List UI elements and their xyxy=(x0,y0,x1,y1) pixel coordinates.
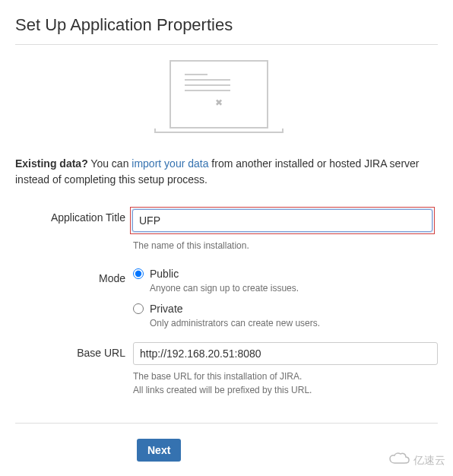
hero-illustration: ✖ xyxy=(15,60,438,133)
mode-private-label: Private xyxy=(150,303,183,315)
watermark-text: 亿速云 xyxy=(413,454,445,468)
mode-private-radio[interactable] xyxy=(133,303,144,314)
mode-public-hint: Anyone can sign up to create issues. xyxy=(150,283,438,294)
mode-private-hint: Only administrators can create new users… xyxy=(150,318,438,328)
divider xyxy=(15,423,438,424)
mode-public-label: Public xyxy=(150,268,179,280)
base-url-label: Base URL xyxy=(15,342,133,408)
page-title: Set Up Application Properties xyxy=(15,15,438,45)
laptop-icon: ✖ xyxy=(169,60,284,133)
mode-label: Mode xyxy=(15,268,133,338)
application-title-hint: The name of this installation. xyxy=(133,239,438,252)
cloud-icon xyxy=(389,452,410,468)
next-button[interactable]: Next xyxy=(137,439,181,462)
application-title-label: Application Title xyxy=(15,207,133,263)
existing-data-text: Existing data? You can import your data … xyxy=(15,156,438,188)
document-icon: ✖ xyxy=(185,97,253,108)
existing-data-prefix: Existing data? xyxy=(15,157,88,170)
mode-public-radio[interactable] xyxy=(133,268,144,279)
base-url-input[interactable] xyxy=(133,342,438,365)
watermark: 亿速云 xyxy=(389,452,445,468)
import-your-data-link[interactable]: import your data xyxy=(131,157,208,170)
application-title-input[interactable] xyxy=(132,209,432,232)
base-url-hint: The base URL for this installation of JI… xyxy=(133,370,438,397)
